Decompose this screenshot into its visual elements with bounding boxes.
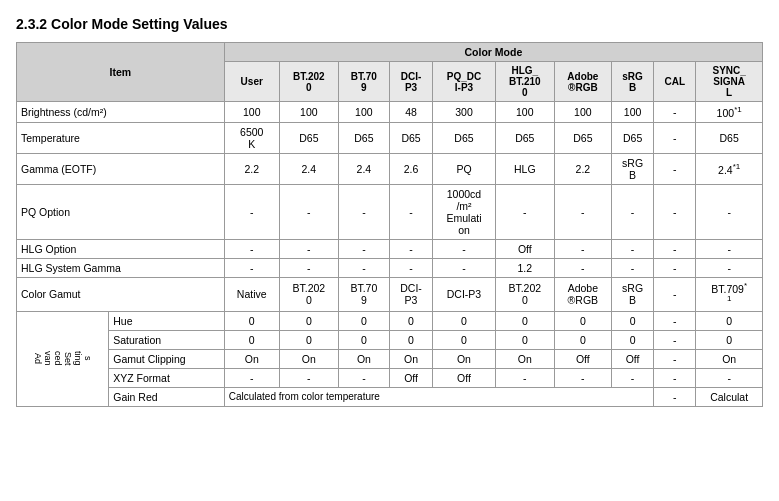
col-bt2020: BT.2020: [279, 62, 338, 102]
col-pqdc: PQ_DCI-P3: [433, 62, 495, 102]
table-row: HLG Option - - - - - Off - - - -: [17, 239, 763, 258]
item-gain-red: Gain Red: [109, 387, 224, 406]
table-row: AdvancedSettings Hue 0 0 0 0 0 0 0 0 - 0: [17, 311, 763, 330]
col-hlg: HLG_BT.2100: [495, 62, 554, 102]
item-xyz-format: XYZ Format: [109, 368, 224, 387]
item-hlg-option: HLG Option: [17, 239, 225, 258]
item-gamma: Gamma (EOTF): [17, 153, 225, 184]
item-saturation: Saturation: [109, 330, 224, 349]
table-row: XYZ Format - - - Off Off - - - - -: [17, 368, 763, 387]
color-mode-header: Color Mode: [224, 43, 762, 62]
item-color-gamut: Color Gamut: [17, 277, 225, 311]
table-row: Brightness (cd/m²) 100 100 100 48 300 10…: [17, 102, 763, 123]
advanced-settings-label: AdvancedSettings: [17, 311, 109, 406]
item-temperature: Temperature: [17, 122, 225, 153]
table-row: HLG System Gamma - - - - - 1.2 - - - -: [17, 258, 763, 277]
color-mode-table: Item Color Mode User BT.2020 BT.709 DCI-…: [16, 42, 763, 407]
col-bt709: BT.709: [338, 62, 389, 102]
col-dcip3: DCI-P3: [389, 62, 432, 102]
table-row: Saturation 0 0 0 0 0 0 0 0 - 0: [17, 330, 763, 349]
item-header: Item: [17, 43, 225, 102]
col-sync: SYNC_SIGNAL: [696, 62, 763, 102]
col-srgb: sRGB: [611, 62, 654, 102]
table-row: Color Gamut Native BT.2020 BT.709 DCI-P3…: [17, 277, 763, 311]
col-cal: CAL: [654, 62, 696, 102]
item-gamut-clipping: Gamut Clipping: [109, 349, 224, 368]
item-pq-option: PQ Option: [17, 184, 225, 239]
table-row: PQ Option - - - - 1000cd/m²Emulation - -…: [17, 184, 763, 239]
item-hlg-system-gamma: HLG System Gamma: [17, 258, 225, 277]
item-hue: Hue: [109, 311, 224, 330]
col-adobe: Adobe®RGB: [554, 62, 611, 102]
table-row: Gamut Clipping On On On On On On Off Off…: [17, 349, 763, 368]
item-brightness: Brightness (cd/m²): [17, 102, 225, 123]
table-row: Gain Red Calculated from color temperatu…: [17, 387, 763, 406]
table-row: Gamma (EOTF) 2.2 2.4 2.4 2.6 PQ HLG 2.2 …: [17, 153, 763, 184]
section-title: 2.3.2 Color Mode Setting Values: [16, 16, 763, 32]
col-user: User: [224, 62, 279, 102]
table-row: Temperature 6500K D65 D65 D65 D65 D65 D6…: [17, 122, 763, 153]
